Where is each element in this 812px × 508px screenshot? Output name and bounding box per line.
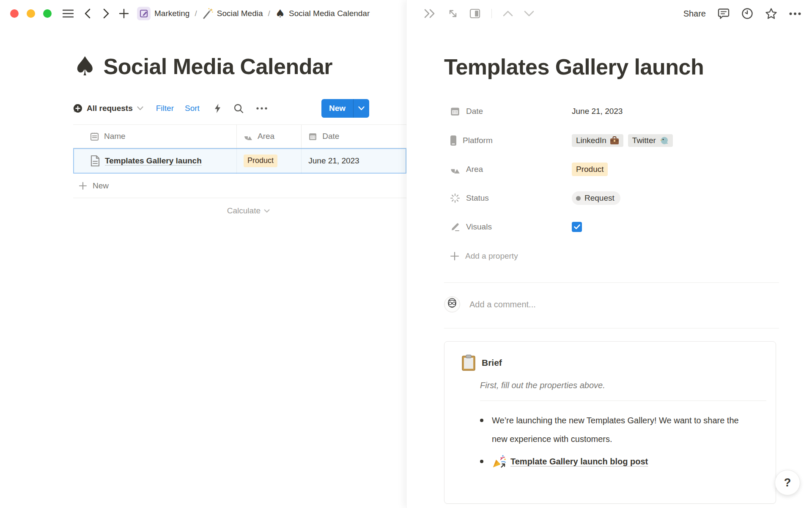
- help-button[interactable]: ?: [775, 470, 800, 495]
- area-tag: Product: [572, 163, 608, 177]
- brief-title[interactable]: Brief: [482, 358, 502, 368]
- magic-wand-icon: [202, 8, 213, 19]
- more-dots-icon: [256, 107, 267, 110]
- property-value-platform[interactable]: LinkedIn Twitter: [572, 134, 673, 147]
- breadcrumb-item-marketing[interactable]: Marketing: [137, 7, 189, 20]
- search-button[interactable]: [234, 104, 244, 113]
- row-page-title[interactable]: Templates Gallery launch: [105, 156, 202, 166]
- calculate-label: Calculate: [227, 206, 261, 215]
- close-window-button[interactable]: [10, 9, 19, 18]
- property-value-area[interactable]: Product: [572, 163, 608, 177]
- column-header-label: Name: [104, 132, 126, 141]
- question-mark-icon: ?: [784, 476, 791, 489]
- updates-history-button[interactable]: [741, 8, 753, 19]
- nav-back-button[interactable]: [80, 6, 95, 21]
- new-row-label: New: [93, 181, 109, 190]
- peek-controls: [424, 8, 534, 19]
- expand-page-button[interactable]: [447, 8, 458, 19]
- property-value-date[interactable]: June 21, 2023: [572, 107, 623, 116]
- property-label-visuals[interactable]: Visuals: [444, 222, 572, 232]
- breadcrumb-item-social-media[interactable]: Social Media: [202, 8, 263, 19]
- comment-bubble-icon: [718, 8, 730, 19]
- chevron-down-icon: [358, 106, 365, 110]
- property-row-status: Status Request: [444, 189, 620, 207]
- toolbar-divider: [491, 9, 492, 18]
- tag-label: Twitter: [632, 136, 656, 145]
- calendar-icon: [308, 132, 317, 141]
- window-controls: [10, 9, 52, 18]
- zoom-window-button[interactable]: [43, 9, 52, 18]
- clock-icon: [741, 8, 753, 19]
- table-row-templates-gallery-launch[interactable]: Templates Gallery launch Product June 21…: [73, 148, 406, 174]
- share-button[interactable]: Share: [683, 9, 706, 19]
- side-peek-mode-button[interactable]: [469, 8, 480, 19]
- platform-tag-twitter[interactable]: Twitter: [628, 134, 673, 147]
- sort-button[interactable]: Sort: [185, 104, 200, 113]
- add-property-button[interactable]: Add a property: [444, 247, 572, 265]
- property-value-status[interactable]: Request: [572, 191, 620, 205]
- new-tab-button[interactable]: [117, 6, 131, 21]
- chevron-down-icon: [264, 209, 270, 213]
- area-tag: Product: [244, 155, 277, 167]
- sidebar-menu-button[interactable]: [61, 6, 75, 21]
- favorite-button[interactable]: [765, 8, 777, 19]
- property-label-platform[interactable]: Platform: [444, 135, 572, 146]
- breadcrumb: Marketing / Social Media / ♠ Social Medi…: [137, 7, 370, 20]
- section-divider: [444, 282, 779, 283]
- property-value-visuals[interactable]: [572, 222, 582, 232]
- property-label-date[interactable]: Date: [444, 106, 572, 116]
- previous-record-button[interactable]: [503, 11, 513, 17]
- property-label-area[interactable]: Area: [444, 164, 572, 174]
- column-header-area[interactable]: Area: [237, 125, 302, 148]
- property-name: Date: [466, 107, 483, 116]
- column-header-name[interactable]: Name: [73, 125, 237, 148]
- new-record-dropdown-button[interactable]: [354, 99, 369, 118]
- column-header-date[interactable]: Date: [302, 125, 406, 148]
- breadcrumb-label: Social Media: [217, 9, 263, 18]
- page-peek-panel: Share: [406, 0, 812, 508]
- peek-page-title[interactable]: Templates Gallery launch: [444, 54, 704, 80]
- column-header-label: Area: [258, 132, 274, 141]
- add-property-label: Add a property: [465, 251, 518, 261]
- minimize-window-button[interactable]: [27, 9, 35, 18]
- plus-icon: [450, 251, 459, 261]
- cell-date[interactable]: June 21, 2023: [302, 148, 406, 174]
- add-comment-row[interactable]: Add a comment...: [444, 296, 536, 312]
- nav-forward-button[interactable]: [99, 6, 113, 21]
- visuals-checkbox-checked[interactable]: [572, 222, 582, 232]
- user-avatar: [444, 296, 460, 312]
- column-header-label: Date: [322, 132, 339, 141]
- cell-area[interactable]: Product: [237, 148, 302, 174]
- next-record-button[interactable]: [524, 11, 534, 17]
- chevron-left-icon: [85, 8, 91, 19]
- filter-button[interactable]: Filter: [156, 104, 174, 113]
- calculate-button[interactable]: Calculate: [73, 202, 270, 219]
- platform-tag-linkedin[interactable]: LinkedIn: [572, 134, 623, 147]
- page-emoji-spade-icon[interactable]: ♠: [73, 53, 97, 80]
- property-row-visuals: Visuals: [444, 218, 582, 236]
- page-title[interactable]: Social Media Calendar: [104, 54, 332, 79]
- property-label-status[interactable]: Status: [444, 193, 572, 203]
- brief-bullet-list: We’re launching the new Templates Galler…: [480, 411, 759, 471]
- view-selector[interactable]: All requests: [73, 104, 143, 113]
- view-options-button[interactable]: [256, 107, 267, 110]
- plus-icon: [119, 8, 129, 19]
- chevron-down-icon: [524, 11, 534, 17]
- cell-name[interactable]: Templates Gallery launch: [73, 148, 237, 174]
- list-item[interactable]: Template Gallery launch blog post: [480, 452, 759, 471]
- close-peek-button[interactable]: [424, 9, 436, 18]
- database-table: Name Area Date: [73, 124, 406, 198]
- automations-button[interactable]: [214, 103, 221, 113]
- comments-button[interactable]: [718, 8, 730, 19]
- table-new-row-button[interactable]: New: [73, 174, 406, 198]
- new-record-button[interactable]: New: [321, 99, 353, 118]
- list-item[interactable]: We’re launching the new Templates Galler…: [480, 411, 759, 448]
- page-options-button[interactable]: [789, 12, 801, 15]
- breadcrumb-item-social-media-calendar[interactable]: ♠ Social Media Calendar: [275, 8, 370, 19]
- tag-label: LinkedIn: [576, 136, 606, 145]
- property-row-date: Date June 21, 2023: [444, 102, 623, 121]
- blog-post-page-link[interactable]: Template Gallery launch blog post: [510, 452, 648, 471]
- brief-subtitle[interactable]: First, fill out the properties above.: [480, 381, 605, 390]
- breadcrumb-separator: /: [268, 9, 270, 18]
- party-popper-link-icon: [492, 454, 506, 469]
